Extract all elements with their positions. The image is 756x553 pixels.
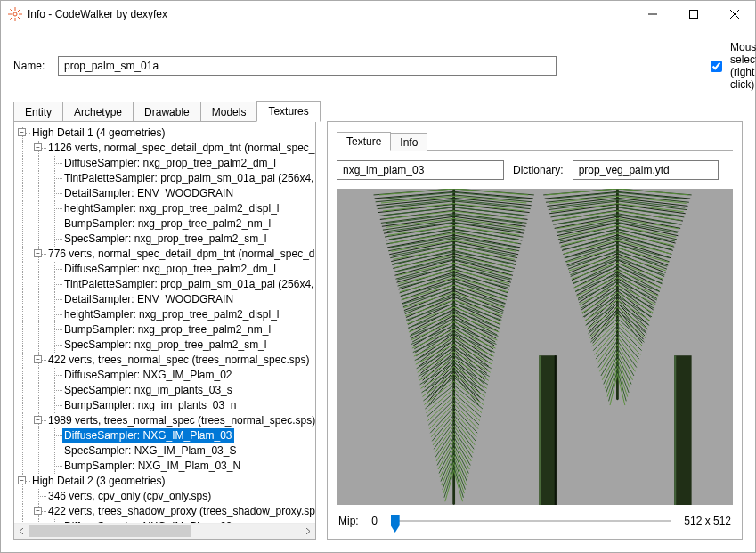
tree-label[interactable]: DetailSampler: ENV_WOODGRAIN: [62, 292, 235, 307]
tree-label[interactable]: SpecSampler: NXG_IM_Plam_03_S: [62, 443, 238, 459]
name-row: Name: Mouse select (right click): [1, 28, 755, 91]
tree-expander-icon[interactable]: −: [34, 143, 42, 151]
name-input[interactable]: [58, 56, 557, 76]
tab-models[interactable]: Models: [200, 102, 258, 122]
mouse-select-option[interactable]: Mouse select (right click): [707, 41, 743, 91]
mip-slider[interactable]: [391, 512, 676, 530]
tree-label[interactable]: 1989 verts, trees_normal_spec (trees_nor…: [46, 413, 315, 428]
svg-rect-15: [539, 355, 541, 505]
tree-expander-icon[interactable]: −: [34, 355, 42, 363]
tree-row[interactable]: heightSampler: nxg_prop_tree_palm2_displ…: [14, 201, 315, 216]
tree-label[interactable]: BumpSampler: nxg_prop_tree_palm2_nm_l: [62, 216, 272, 232]
tree-expander-icon[interactable]: −: [18, 128, 26, 136]
tree-row[interactable]: −1126 verts, normal_spec_detail_dpm_tnt …: [14, 141, 315, 156]
tree-expander-icon[interactable]: −: [34, 507, 42, 515]
tree-row[interactable]: −422 verts, trees_shadow_proxy (trees_sh…: [14, 504, 315, 519]
preview-tab-texture[interactable]: Texture: [337, 132, 391, 151]
tab-entity[interactable]: Entity: [13, 102, 63, 122]
svg-line-6: [18, 17, 20, 20]
tree-label[interactable]: TintPaletteSampler: prop_palm_sm_01a_pal…: [62, 171, 315, 186]
dictionary-label: Dictionary:: [513, 164, 564, 176]
tree-label[interactable]: DiffuseSampler: nxg_prop_tree_palm2_dm_l: [62, 156, 278, 171]
tree-row[interactable]: −776 verts, normal_spec_detail_dpm_tnt (…: [14, 247, 315, 262]
mouse-select-label: Mouse select (right click): [730, 41, 756, 91]
svg-rect-16: [555, 355, 557, 505]
texture-preview[interactable]: [337, 189, 733, 505]
tree-row[interactable]: DiffuseSampler: NXG_IM_Plam_03: [14, 428, 315, 443]
tree-expander-icon[interactable]: −: [18, 476, 26, 484]
tree-row[interactable]: BumpSampler: nxg_prop_tree_palm2_nm_l: [14, 322, 315, 337]
tree-row[interactable]: DetailSampler: ENV_WOODGRAIN: [14, 292, 315, 307]
tree-row[interactable]: DiffuseSampler: nxg_prop_tree_palm2_dm_l: [14, 156, 315, 171]
texture-name-input[interactable]: [337, 160, 504, 180]
tree-row[interactable]: −422 verts, trees_normal_spec (trees_nor…: [14, 353, 315, 368]
tree-row[interactable]: SpecSampler: nxg_prop_tree_palm2_sm_l: [14, 337, 315, 353]
svg-line-8: [18, 9, 20, 12]
tree-label[interactable]: SpecSampler: nxg_prop_tree_palm2_sm_l: [62, 337, 268, 353]
texture-tree[interactable]: −High Detail 1 (4 geometries)−1126 verts…: [14, 122, 315, 523]
tree-row[interactable]: −High Detail 1 (4 geometries): [14, 126, 315, 141]
tree-label[interactable]: DiffuseSampler: NXG_IM_Plam_02: [62, 368, 234, 383]
tree-label[interactable]: 1126 verts, normal_spec_detail_dpm_tnt (…: [46, 141, 315, 156]
tree-row[interactable]: BumpSampler: nxg_im_plants_03_n: [14, 398, 315, 413]
tree-label[interactable]: heightSampler: nxg_prop_tree_palm2_displ…: [62, 307, 281, 322]
scroll-thumb[interactable]: [29, 525, 191, 537]
tree-label[interactable]: BumpSampler: nxg_prop_tree_palm2_nm_l: [62, 322, 272, 337]
tree-row[interactable]: BumpSampler: nxg_prop_tree_palm2_nm_l: [14, 216, 315, 232]
tree-row[interactable]: TintPaletteSampler: prop_palm_sm_01a_pal…: [14, 277, 315, 292]
preview-tabstrip: TextureInfo: [328, 122, 742, 150]
tree-label[interactable]: heightSampler: nxg_prop_tree_palm2_displ…: [62, 201, 281, 216]
tree-row[interactable]: 346 verts, cpv_only (cpv_only.sps): [14, 489, 315, 504]
tree-label[interactable]: SpecSampler: nxg_im_plants_03_s: [62, 383, 234, 398]
mouse-select-checkbox[interactable]: [711, 61, 722, 72]
mip-value: 0: [368, 515, 382, 527]
tree-hscrollbar[interactable]: [14, 523, 315, 539]
tree-row[interactable]: DetailSampler: ENV_WOODGRAIN: [14, 186, 315, 201]
close-button[interactable]: [714, 1, 755, 28]
scroll-right-button[interactable]: [300, 524, 315, 539]
mip-slider-thumb[interactable]: [391, 515, 400, 533]
tree-row[interactable]: SpecSampler: NXG_IM_Plam_03_S: [14, 443, 315, 459]
tree-label[interactable]: SpecSampler: nxg_prop_tree_palm2_sm_l: [62, 232, 268, 247]
maximize-button[interactable]: [673, 1, 714, 28]
tree-row[interactable]: −1989 verts, trees_normal_spec (trees_no…: [14, 413, 315, 428]
mip-label: Mip:: [338, 515, 359, 527]
svg-point-0: [13, 12, 17, 16]
mip-row: Mip: 0 512 x 512: [337, 505, 733, 530]
preview-tab-info[interactable]: Info: [390, 133, 427, 151]
tree-label[interactable]: DetailSampler: ENV_WOODGRAIN: [62, 186, 235, 201]
tree-label[interactable]: TintPaletteSampler: prop_palm_sm_01a_pal…: [62, 277, 315, 292]
minimize-button[interactable]: [632, 1, 673, 28]
tree-row[interactable]: DiffuseSampler: NXG_IM_Plam_02: [14, 368, 315, 383]
tree-label[interactable]: High Detail 2 (3 geometries): [30, 474, 167, 489]
tree-label[interactable]: BumpSampler: NXG_IM_Plam_03_N: [62, 459, 242, 474]
svg-rect-18: [674, 355, 676, 505]
tree-label[interactable]: DiffuseSampler: nxg_prop_tree_palm2_dm_l: [62, 262, 278, 277]
tree-row[interactable]: −High Detail 2 (3 geometries): [14, 474, 315, 489]
tree-label[interactable]: DiffuseSampler: NXG_IM_Plam_03: [62, 428, 234, 443]
tree-label[interactable]: 422 verts, trees_shadow_proxy (trees_sha…: [46, 504, 315, 519]
tree-label[interactable]: 422 verts, trees_normal_spec (trees_norm…: [46, 353, 311, 368]
tree-label[interactable]: 776 verts, normal_spec_detail_dpm_tnt (n…: [46, 247, 315, 262]
tab-drawable[interactable]: Drawable: [133, 102, 201, 122]
tree-label[interactable]: 346 verts, cpv_only (cpv_only.sps): [46, 489, 213, 504]
tree-row[interactable]: DiffuseSampler: nxg_prop_tree_palm2_dm_l: [14, 262, 315, 277]
tree-label[interactable]: High Detail 1 (4 geometries): [30, 126, 167, 141]
window-title: Info - CodeWalker by dexyfex: [28, 8, 167, 20]
tree-row[interactable]: SpecSampler: nxg_prop_tree_palm2_sm_l: [14, 232, 315, 247]
app-icon: [8, 7, 22, 21]
dictionary-input[interactable]: [573, 160, 719, 180]
tab-archetype[interactable]: Archetype: [62, 102, 134, 122]
tab-textures[interactable]: Textures: [256, 101, 320, 122]
tree-row[interactable]: BumpSampler: NXG_IM_Plam_03_N: [14, 459, 315, 474]
tree-label[interactable]: BumpSampler: nxg_im_plants_03_n: [62, 398, 238, 413]
scroll-track[interactable]: [29, 524, 300, 539]
scroll-left-button[interactable]: [14, 524, 29, 539]
tree-expander-icon[interactable]: −: [34, 416, 42, 424]
tree-row[interactable]: SpecSampler: nxg_im_plants_03_s: [14, 383, 315, 398]
app-window: Info - CodeWalker by dexyfex Name: Mouse…: [0, 0, 756, 553]
tree-row[interactable]: heightSampler: nxg_prop_tree_palm2_displ…: [14, 307, 315, 322]
tree-row[interactable]: TintPaletteSampler: prop_palm_sm_01a_pal…: [14, 171, 315, 186]
mip-dims: 512 x 512: [684, 515, 731, 527]
tree-expander-icon[interactable]: −: [34, 249, 42, 257]
